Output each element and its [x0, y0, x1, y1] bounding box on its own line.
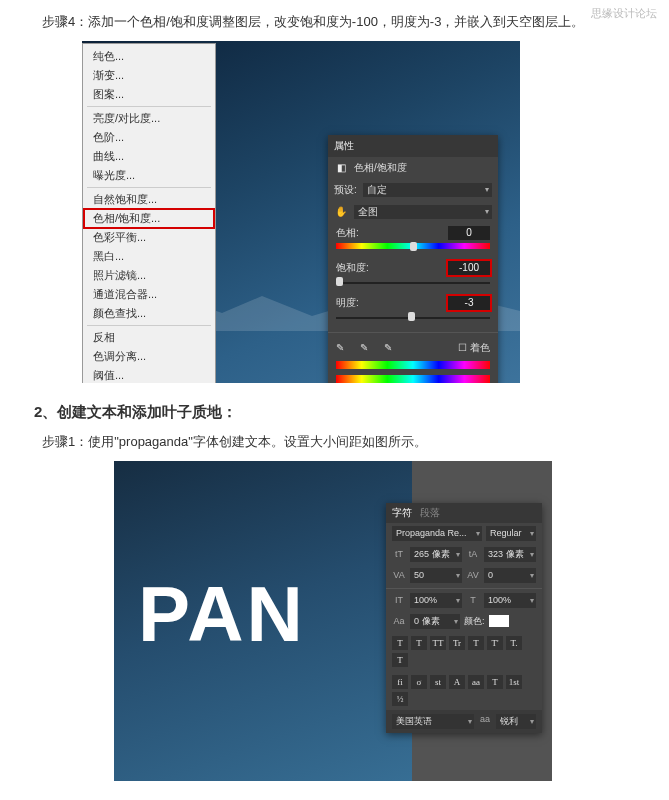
kerning-icon: VA — [392, 570, 406, 580]
font-family-dropdown[interactable]: Propaganda Re... — [392, 526, 482, 541]
hand-icon[interactable]: ✋ — [334, 205, 348, 219]
properties-panel: 属性 ◧ 色相/饱和度 预设: 自定 ✋ 全图 色相: 0 饱和度: -100 … — [328, 135, 498, 383]
leading-icon: tA — [466, 549, 480, 559]
color-swatch[interactable] — [489, 615, 509, 627]
ot-chip[interactable]: 1st — [506, 675, 522, 689]
menu-item[interactable]: 反相 — [83, 328, 215, 347]
ot-chip[interactable]: st — [430, 675, 446, 689]
menu-item[interactable]: 阈值... — [83, 366, 215, 383]
light-label: 明度: — [336, 296, 380, 310]
menu-item[interactable]: 色阶... — [83, 128, 215, 147]
panel-title: 色相/饱和度 — [354, 161, 407, 175]
ot-chip[interactable]: A — [449, 675, 465, 689]
eyedropper-plus-icon[interactable]: ✎ — [360, 342, 372, 354]
eyedropper-icon[interactable]: ✎ — [336, 342, 348, 354]
kerning-field[interactable]: 50 — [410, 568, 462, 583]
antialias-dropdown[interactable]: 锐利 — [496, 714, 536, 729]
menu-item[interactable]: 色调分离... — [83, 347, 215, 366]
type-chip[interactable]: T — [392, 636, 408, 650]
menu-item[interactable]: 曲线... — [83, 147, 215, 166]
type-chip[interactable]: Tr — [449, 636, 465, 650]
section-heading-2: 2、创建文本和添加叶子质地： — [34, 403, 659, 422]
font-style-dropdown[interactable]: Regular — [486, 526, 536, 541]
menu-item[interactable]: 照片滤镜... — [83, 266, 215, 285]
hue-slider-thumb[interactable] — [410, 242, 417, 251]
range-dropdown[interactable]: 全图 — [354, 205, 492, 219]
tab-paragraph[interactable]: 段落 — [420, 506, 440, 520]
eyedropper-minus-icon[interactable]: ✎ — [384, 342, 396, 354]
type-chip[interactable]: T' — [487, 636, 503, 650]
watermark: 思缘设计论坛 — [591, 6, 657, 21]
menu-item[interactable]: 颜色查找... — [83, 304, 215, 323]
hscale-icon: T — [466, 595, 480, 605]
vscale-field[interactable]: 100% — [410, 593, 462, 608]
sat-slider-thumb[interactable] — [336, 277, 343, 286]
vscale-icon: IT — [392, 595, 406, 605]
color-label: 颜色: — [464, 615, 485, 628]
baseline-icon: Aa — [392, 616, 406, 626]
adjustment-type-icon: ◧ — [334, 161, 348, 175]
type-chip[interactable]: T. — [506, 636, 522, 650]
menu-item[interactable]: 图案... — [83, 85, 215, 104]
light-slider-thumb[interactable] — [408, 312, 415, 321]
panel-tab[interactable]: 属性 — [334, 139, 354, 153]
light-value[interactable]: -3 — [448, 296, 490, 310]
sat-label: 饱和度: — [336, 261, 380, 275]
menu-item[interactable]: 色彩平衡... — [83, 228, 215, 247]
type-chip[interactable]: T — [411, 636, 427, 650]
screenshot-text-panel: PAN 字符 段落 Propaganda Re... Regular tT 26… — [114, 461, 552, 781]
type-chip[interactable]: T — [468, 636, 484, 650]
adjustment-menu: 纯色... 渐变... 图案... 亮度/对比度... 色阶... 曲线... … — [82, 43, 216, 383]
menu-item[interactable]: 自然饱和度... — [83, 190, 215, 209]
tracking-field[interactable]: 0 — [484, 568, 536, 583]
leading-field[interactable]: 323 像素 — [484, 547, 536, 562]
menu-item-hue-sat[interactable]: 色相/饱和度... — [83, 208, 215, 229]
canvas-area: PAN — [114, 461, 412, 781]
character-panel: 字符 段落 Propaganda Re... Regular tT 265 像素… — [386, 503, 542, 733]
ot-chip[interactable]: aa — [468, 675, 484, 689]
sat-value[interactable]: -100 — [448, 261, 490, 275]
menu-item[interactable]: 纯色... — [83, 47, 215, 66]
type-chip[interactable]: T — [392, 653, 408, 667]
type-style-row: T T TT Tr T T' T. T — [386, 632, 542, 671]
step1-text: 步骤1：使用"propaganda"字体创建文本。设置大小间距如图所示。 — [42, 432, 659, 453]
type-chip[interactable]: TT — [430, 636, 446, 650]
menu-item[interactable]: 渐变... — [83, 66, 215, 85]
preset-label: 预设: — [334, 183, 357, 197]
language-dropdown[interactable]: 美国英语 — [392, 714, 474, 729]
ot-chip[interactable]: ½ — [392, 692, 408, 706]
menu-item[interactable]: 通道混合器... — [83, 285, 215, 304]
aa-icon: aa — [478, 714, 492, 729]
ot-chip[interactable]: T — [487, 675, 503, 689]
ot-chip[interactable]: σ — [411, 675, 427, 689]
tracking-icon: AV — [466, 570, 480, 580]
font-size-field[interactable]: 265 像素 — [410, 547, 462, 562]
output-gradient — [336, 375, 490, 383]
preset-dropdown[interactable]: 自定 — [363, 183, 492, 197]
input-gradient — [336, 361, 490, 369]
colorize-label[interactable]: 着色 — [470, 342, 490, 353]
tab-character[interactable]: 字符 — [392, 506, 412, 520]
step4-text: 步骤4：添加一个色相/饱和度调整图层，改变饱和度为-100，明度为-3，并嵌入到… — [42, 12, 659, 33]
hscale-field[interactable]: 100% — [484, 593, 536, 608]
menu-item[interactable]: 亮度/对比度... — [83, 109, 215, 128]
ot-chip[interactable]: fi — [392, 675, 408, 689]
canvas-text: PAN — [138, 569, 306, 660]
font-size-icon: tT — [392, 549, 406, 559]
menu-item[interactable]: 黑白... — [83, 247, 215, 266]
hue-value[interactable]: 0 — [448, 226, 490, 240]
opentype-row: fi σ st A aa T 1st ½ — [386, 671, 542, 710]
hue-label: 色相: — [336, 226, 380, 240]
menu-item[interactable]: 曝光度... — [83, 166, 215, 185]
baseline-field[interactable]: 0 像素 — [410, 614, 460, 629]
screenshot-hue-sat: 纯色... 渐变... 图案... 亮度/对比度... 色阶... 曲线... … — [82, 41, 520, 383]
